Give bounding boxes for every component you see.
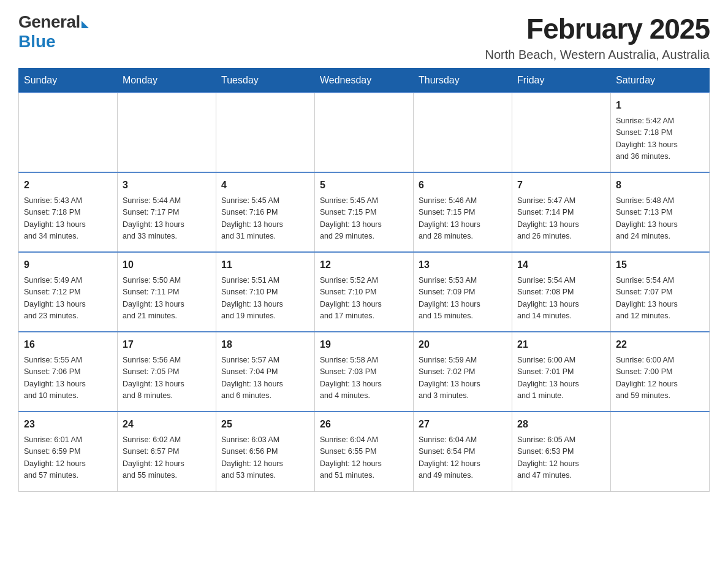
day-number: 8 [616,178,704,193]
day-info: Sunrise: 6:03 AM Sunset: 6:56 PM Dayligh… [221,434,309,482]
calendar-day-cell: 13Sunrise: 5:53 AM Sunset: 7:09 PM Dayli… [414,252,512,332]
day-number: 16 [24,337,112,352]
day-info: Sunrise: 5:55 AM Sunset: 7:06 PM Dayligh… [24,354,112,402]
day-of-week-header: Monday [118,69,216,93]
calendar-day-cell [315,93,414,172]
calendar-day-cell: 27Sunrise: 6:04 AM Sunset: 6:54 PM Dayli… [414,412,512,491]
day-info: Sunrise: 5:56 AM Sunset: 7:05 PM Dayligh… [123,354,211,402]
logo-blue-text: Blue [18,32,56,52]
day-info: Sunrise: 5:58 AM Sunset: 7:03 PM Dayligh… [320,354,408,402]
calendar-day-cell: 7Sunrise: 5:47 AM Sunset: 7:14 PM Daylig… [512,172,611,252]
day-number: 9 [24,258,112,272]
calendar-day-cell [118,93,216,172]
day-info: Sunrise: 5:42 AM Sunset: 7:18 PM Dayligh… [616,115,704,163]
day-of-week-header: Thursday [414,69,512,93]
calendar-title: February 2025 [485,12,710,45]
day-number: 17 [123,337,211,352]
day-info: Sunrise: 6:04 AM Sunset: 6:54 PM Dayligh… [419,434,507,482]
day-info: Sunrise: 6:00 AM Sunset: 7:00 PM Dayligh… [616,354,704,402]
day-number: 6 [419,178,507,193]
calendar-day-cell: 18Sunrise: 5:57 AM Sunset: 7:04 PM Dayli… [216,332,315,412]
calendar-day-cell: 4Sunrise: 5:45 AM Sunset: 7:16 PM Daylig… [216,172,315,252]
calendar-subtitle: North Beach, Western Australia, Australi… [485,48,710,62]
day-of-week-header: Sunday [19,69,118,93]
day-of-week-header: Friday [512,69,611,93]
calendar-day-cell: 2Sunrise: 5:43 AM Sunset: 7:18 PM Daylig… [19,172,118,252]
day-number: 14 [517,258,605,272]
day-number: 27 [419,417,507,432]
logo: General Blue [18,12,89,52]
calendar-day-cell: 26Sunrise: 6:04 AM Sunset: 6:55 PM Dayli… [315,412,414,491]
calendar-day-cell [512,93,611,172]
calendar-day-cell: 1Sunrise: 5:42 AM Sunset: 7:18 PM Daylig… [611,93,710,172]
day-info: Sunrise: 5:47 AM Sunset: 7:14 PM Dayligh… [517,195,605,243]
calendar-day-cell: 3Sunrise: 5:44 AM Sunset: 7:17 PM Daylig… [118,172,216,252]
calendar-day-cell: 20Sunrise: 5:59 AM Sunset: 7:02 PM Dayli… [414,332,512,412]
day-info: Sunrise: 5:44 AM Sunset: 7:17 PM Dayligh… [123,195,211,243]
calendar-day-cell: 14Sunrise: 5:54 AM Sunset: 7:08 PM Dayli… [512,252,611,332]
day-number: 13 [419,258,507,272]
calendar-day-cell: 16Sunrise: 5:55 AM Sunset: 7:06 PM Dayli… [19,332,118,412]
calendar-week-row: 1Sunrise: 5:42 AM Sunset: 7:18 PM Daylig… [19,93,710,172]
calendar-day-cell: 6Sunrise: 5:46 AM Sunset: 7:15 PM Daylig… [414,172,512,252]
calendar-day-cell: 24Sunrise: 6:02 AM Sunset: 6:57 PM Dayli… [118,412,216,491]
calendar-day-cell: 19Sunrise: 5:58 AM Sunset: 7:03 PM Dayli… [315,332,414,412]
day-info: Sunrise: 5:46 AM Sunset: 7:15 PM Dayligh… [419,195,507,243]
day-info: Sunrise: 5:54 AM Sunset: 7:07 PM Dayligh… [616,275,704,323]
day-number: 1 [616,98,704,113]
day-number: 3 [123,178,211,193]
calendar-day-cell: 23Sunrise: 6:01 AM Sunset: 6:59 PM Dayli… [19,412,118,491]
day-info: Sunrise: 5:52 AM Sunset: 7:10 PM Dayligh… [320,275,408,323]
calendar-day-cell: 11Sunrise: 5:51 AM Sunset: 7:10 PM Dayli… [216,252,315,332]
day-number: 7 [517,178,605,193]
calendar-day-cell: 12Sunrise: 5:52 AM Sunset: 7:10 PM Dayli… [315,252,414,332]
day-info: Sunrise: 6:05 AM Sunset: 6:53 PM Dayligh… [517,434,605,482]
page-header: General Blue February 2025 North Beach, … [18,12,710,62]
day-of-week-header: Wednesday [315,69,414,93]
day-info: Sunrise: 5:45 AM Sunset: 7:15 PM Dayligh… [320,195,408,243]
day-info: Sunrise: 6:00 AM Sunset: 7:01 PM Dayligh… [517,354,605,402]
day-number: 2 [24,178,112,193]
day-number: 26 [320,417,408,432]
day-info: Sunrise: 5:48 AM Sunset: 7:13 PM Dayligh… [616,195,704,243]
calendar-day-cell: 25Sunrise: 6:03 AM Sunset: 6:56 PM Dayli… [216,412,315,491]
calendar-week-row: 16Sunrise: 5:55 AM Sunset: 7:06 PM Dayli… [19,332,710,412]
title-section: February 2025 North Beach, Western Austr… [485,12,710,62]
calendar-day-cell: 8Sunrise: 5:48 AM Sunset: 7:13 PM Daylig… [611,172,710,252]
calendar-day-cell: 28Sunrise: 6:05 AM Sunset: 6:53 PM Dayli… [512,412,611,491]
day-number: 28 [517,417,605,432]
day-info: Sunrise: 5:45 AM Sunset: 7:16 PM Dayligh… [221,195,309,243]
day-info: Sunrise: 5:50 AM Sunset: 7:11 PM Dayligh… [123,275,211,323]
day-number: 22 [616,337,704,352]
day-number: 15 [616,258,704,272]
calendar-table: SundayMondayTuesdayWednesdayThursdayFrid… [18,68,710,492]
day-number: 11 [221,258,309,272]
day-info: Sunrise: 5:57 AM Sunset: 7:04 PM Dayligh… [221,354,309,402]
day-number: 23 [24,417,112,432]
day-number: 18 [221,337,309,352]
day-info: Sunrise: 5:54 AM Sunset: 7:08 PM Dayligh… [517,275,605,323]
day-number: 19 [320,337,408,352]
logo-general-text: General [18,12,80,32]
calendar-day-cell: 17Sunrise: 5:56 AM Sunset: 7:05 PM Dayli… [118,332,216,412]
day-info: Sunrise: 6:01 AM Sunset: 6:59 PM Dayligh… [24,434,112,482]
day-info: Sunrise: 6:02 AM Sunset: 6:57 PM Dayligh… [123,434,211,482]
day-number: 25 [221,417,309,432]
day-info: Sunrise: 5:43 AM Sunset: 7:18 PM Dayligh… [24,195,112,243]
calendar-day-cell [414,93,512,172]
day-info: Sunrise: 5:51 AM Sunset: 7:10 PM Dayligh… [221,275,309,323]
calendar-day-cell: 21Sunrise: 6:00 AM Sunset: 7:01 PM Dayli… [512,332,611,412]
day-number: 5 [320,178,408,193]
day-of-week-header: Saturday [611,69,710,93]
calendar-day-cell [216,93,315,172]
calendar-day-cell [611,412,710,491]
day-number: 12 [320,258,408,272]
logo-arrow-icon [82,21,89,28]
calendar-week-row: 2Sunrise: 5:43 AM Sunset: 7:18 PM Daylig… [19,172,710,252]
calendar-week-row: 23Sunrise: 6:01 AM Sunset: 6:59 PM Dayli… [19,412,710,491]
day-number: 21 [517,337,605,352]
calendar-day-cell [19,93,118,172]
day-number: 10 [123,258,211,272]
calendar-header-row: SundayMondayTuesdayWednesdayThursdayFrid… [19,69,710,93]
calendar-day-cell: 22Sunrise: 6:00 AM Sunset: 7:00 PM Dayli… [611,332,710,412]
